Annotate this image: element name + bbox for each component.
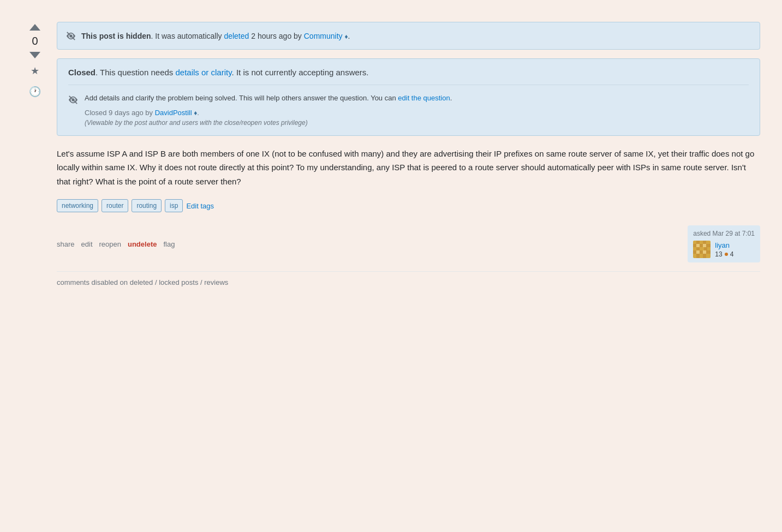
question-body: Let's assume ISP A and ISP B are both me… (57, 147, 760, 189)
tag-isp[interactable]: isp (165, 199, 183, 212)
svg-rect-3 (693, 241, 696, 244)
undelete-button[interactable]: undelete (128, 240, 157, 248)
edit-tags-link[interactable]: Edit tags (186, 202, 214, 210)
svg-rect-11 (703, 244, 706, 247)
hidden-icon (66, 30, 76, 41)
user-rep: 13 4 (715, 250, 733, 258)
svg-rect-8 (693, 244, 696, 247)
upvote-button[interactable] (29, 24, 40, 31)
edit-button[interactable]: edit (81, 240, 93, 248)
deleted-link[interactable]: deleted (224, 32, 249, 40)
svg-rect-25 (700, 254, 703, 258)
svg-rect-23 (693, 254, 696, 258)
svg-rect-5 (700, 241, 703, 244)
content-column: This post is hidden. It was automaticall… (57, 22, 760, 293)
svg-rect-21 (703, 250, 706, 254)
reopen-button[interactable]: reopen (99, 240, 121, 248)
tag-networking[interactable]: networking (57, 199, 98, 212)
closed-body-text: Add details and clarify the problem bein… (85, 93, 452, 104)
rep-dot (725, 253, 728, 256)
share-button[interactable]: share (57, 240, 75, 248)
asked-label: asked Mar 29 at 7:01 (693, 230, 755, 237)
svg-rect-9 (696, 244, 700, 247)
bookmark-button[interactable]: ★ (28, 63, 41, 79)
svg-rect-6 (703, 241, 706, 244)
davidpostill-link[interactable]: DavidPostill (155, 109, 192, 117)
svg-rect-4 (696, 241, 700, 244)
closed-notice: Closed. This question needs details or c… (57, 58, 760, 136)
closed-body: Add details and clarify the problem bein… (68, 93, 749, 127)
user-name-link[interactable]: liyan (715, 241, 733, 249)
avatar (693, 241, 711, 258)
closed-body-content: Add details and clarify the problem bein… (85, 93, 452, 127)
svg-rect-22 (706, 250, 711, 254)
downvote-button[interactable] (29, 52, 40, 58)
svg-rect-10 (700, 244, 703, 247)
action-links: share edit reopen undelete flag (57, 240, 175, 248)
tag-routing[interactable]: routing (132, 199, 162, 212)
vote-column: 0 ★ 🕐 (22, 22, 48, 293)
closed-body-icon (68, 94, 78, 105)
edit-question-link[interactable]: edit the question (398, 94, 450, 102)
tags-row: networking router routing isp Edit tags (57, 199, 760, 212)
svg-rect-27 (706, 254, 711, 258)
community-link[interactable]: Community (304, 32, 343, 40)
vote-count: 0 (32, 35, 38, 47)
svg-rect-20 (700, 250, 703, 254)
user-info: liyan 13 4 (715, 241, 733, 258)
hidden-notice-text: This post is hidden. It was automaticall… (81, 32, 350, 40)
comments-disabled: comments disabled on deleted / locked po… (57, 271, 760, 293)
svg-rect-15 (700, 247, 704, 250)
hidden-notice: This post is hidden. It was automaticall… (57, 22, 760, 50)
svg-rect-17 (707, 247, 711, 250)
svg-rect-7 (706, 241, 711, 244)
closed-meta: Closed 9 days ago by DavidPostill ♦. (85, 109, 452, 117)
svg-rect-26 (703, 254, 706, 258)
svg-rect-13 (693, 247, 696, 250)
svg-rect-19 (696, 250, 700, 254)
details-or-clarity-link[interactable]: details or clarity (176, 68, 232, 77)
flag-button[interactable]: flag (163, 240, 175, 248)
user-row: liyan 13 4 (693, 241, 755, 258)
closed-header: Closed. This question needs details or c… (68, 68, 749, 85)
svg-rect-16 (704, 247, 707, 250)
actions-row: share edit reopen undelete flag asked Ma… (57, 225, 760, 262)
history-button[interactable]: 🕐 (27, 83, 43, 100)
asked-box: asked Mar 29 at 7:01 (688, 225, 760, 262)
svg-rect-14 (696, 247, 700, 250)
tag-router[interactable]: router (102, 199, 128, 212)
svg-rect-12 (706, 244, 711, 247)
closed-viewable-text: (Viewable by the post author and users w… (85, 119, 452, 127)
svg-rect-18 (693, 250, 696, 254)
svg-rect-24 (696, 254, 700, 258)
